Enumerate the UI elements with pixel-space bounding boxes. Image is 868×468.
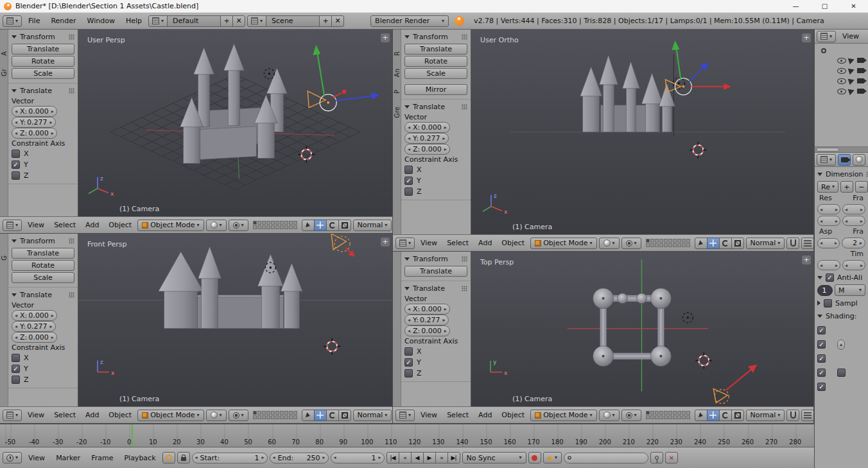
- stepper-right-icon[interactable]: ▸: [444, 147, 447, 152]
- editor-type-button[interactable]: ▾: [3, 452, 22, 464]
- translate-panel-header[interactable]: Translate: [404, 282, 467, 294]
- camera-gizmo[interactable]: [713, 365, 757, 404]
- constraint-y[interactable]: ✓Y: [404, 357, 467, 368]
- layer-cell[interactable]: [262, 411, 266, 415]
- transform-panel-header[interactable]: Transform: [404, 253, 467, 264]
- layer-cell[interactable]: [673, 415, 677, 419]
- layer-cell[interactable]: [673, 239, 677, 243]
- panel-drag-handle[interactable]: [69, 292, 74, 298]
- stepper-right-icon[interactable]: ▸: [860, 207, 863, 212]
- scale-button[interactable]: Scale: [12, 68, 74, 79]
- shading-checkbox[interactable]: ✓: [817, 326, 826, 334]
- scene-tab[interactable]: [853, 154, 865, 166]
- outliner-view-menu[interactable]: View: [838, 32, 864, 40]
- layer-cell[interactable]: [668, 415, 672, 419]
- shading-option-row[interactable]: ✓▴: [817, 339, 865, 350]
- editor-type-button[interactable]: ▾: [3, 15, 22, 27]
- view3d-front-persp[interactable]: z x Front Persp (1) Camera +: [78, 234, 392, 406]
- layer-cell[interactable]: [650, 415, 654, 419]
- vector-x[interactable]: ◂X:0.000▸: [12, 106, 57, 117]
- layer-cell[interactable]: [659, 411, 663, 415]
- minimize-button[interactable]: —: [781, 0, 810, 13]
- layer-cell[interactable]: [293, 411, 297, 415]
- menu-view[interactable]: View: [24, 221, 48, 229]
- toolshelf-tab[interactable]: An: [394, 69, 401, 77]
- layer-cell[interactable]: [257, 221, 261, 225]
- layer-cell[interactable]: [289, 225, 293, 229]
- pivot-dropdown[interactable]: ▾: [621, 238, 641, 249]
- stepper-left-icon[interactable]: ◂: [15, 324, 17, 329]
- visibility-eye-icon[interactable]: [837, 78, 846, 84]
- timeline-menu-frame[interactable]: Frame: [87, 454, 117, 462]
- layer-cell[interactable]: [266, 415, 270, 419]
- manipulator-scale-button[interactable]: [731, 238, 744, 249]
- stepper-left-icon[interactable]: ◂: [820, 240, 822, 246]
- menu-object[interactable]: Object: [498, 239, 528, 247]
- stepper-left-icon[interactable]: ◂: [334, 455, 336, 460]
- stepper-left-icon[interactable]: ◂: [820, 263, 822, 268]
- layer-cell[interactable]: [284, 221, 288, 225]
- timeline-menu-view[interactable]: View: [24, 454, 49, 462]
- stepper-right-icon[interactable]: ▸: [323, 455, 326, 460]
- snap-button[interactable]: [786, 238, 799, 249]
- constraint-y-checkbox[interactable]: ✓: [404, 177, 413, 185]
- region-expand-plus-icon[interactable]: +: [381, 33, 390, 42]
- menu-view[interactable]: View: [417, 411, 441, 419]
- frame-end-field[interactable]: ◂ End: 250 ▸: [270, 453, 329, 464]
- layer-cell[interactable]: [280, 221, 284, 225]
- manipulator-rotate-button[interactable]: [326, 220, 339, 231]
- orientation-dropdown[interactable]: Normal▾: [746, 410, 785, 421]
- render-engine-dropdown[interactable]: Blender Render ▾: [370, 15, 449, 27]
- editor-type-button[interactable]: ▾: [817, 154, 836, 166]
- shading-checkbox[interactable]: ✓: [817, 354, 826, 363]
- scene-add-button[interactable]: +: [319, 15, 332, 27]
- stepper-right-icon[interactable]: ▸: [835, 207, 838, 212]
- panel-drag-handle[interactable]: [69, 88, 74, 94]
- menu-add[interactable]: Add: [474, 411, 496, 419]
- vector-x[interactable]: ◂X:0.000▸: [404, 304, 450, 315]
- layer-cell[interactable]: [253, 411, 257, 415]
- 3d-cursor[interactable]: [324, 338, 340, 355]
- layer-cell[interactable]: [266, 221, 270, 225]
- manipulator-rotate-button[interactable]: [719, 238, 732, 249]
- constraint-x[interactable]: X: [404, 164, 467, 175]
- layer-cell[interactable]: [655, 415, 659, 419]
- manipulator-translate-button[interactable]: [707, 410, 720, 421]
- manipulator-scale-button[interactable]: [338, 220, 351, 231]
- vector-z[interactable]: ◂Z:0.000▸: [404, 325, 450, 336]
- render-presets-dropdown[interactable]: Re ▾: [817, 181, 838, 193]
- scale-button[interactable]: Scale: [404, 68, 467, 79]
- menu-object[interactable]: Object: [105, 221, 135, 229]
- menu-add[interactable]: Add: [82, 221, 103, 229]
- stepper-left-icon[interactable]: ◂: [408, 307, 410, 312]
- constraint-x[interactable]: X: [12, 352, 74, 363]
- toolshelf-tab[interactable]: P: [394, 90, 401, 94]
- close-button[interactable]: ✕: [839, 0, 868, 13]
- 3d-cursor[interactable]: [695, 352, 712, 369]
- menu-add[interactable]: Add: [474, 239, 496, 247]
- translate-panel-header[interactable]: Translate: [12, 85, 74, 96]
- vector-x[interactable]: ◂X:0.000▸: [12, 310, 57, 321]
- selectability-arrow-icon[interactable]: [848, 67, 856, 74]
- view3d-user-persp[interactable]: z x User Persp (1) Camera +: [78, 30, 392, 216]
- layer-cell[interactable]: [664, 239, 668, 243]
- layer-cell[interactable]: [682, 411, 686, 415]
- layer-cell[interactable]: [262, 221, 266, 225]
- selectability-arrow-icon[interactable]: [848, 56, 856, 64]
- resolution-x-stepper[interactable]: ◂▸: [817, 204, 840, 214]
- constraint-z[interactable]: Z: [404, 186, 467, 197]
- antialiasing-checkbox[interactable]: ✓: [826, 273, 834, 282]
- outliner-hscrollbar[interactable]: [815, 146, 868, 153]
- stepper-up-icon[interactable]: ▴: [840, 342, 842, 347]
- rotate-button[interactable]: Rotate: [404, 56, 467, 67]
- rotate-button[interactable]: Rotate: [12, 56, 74, 67]
- visibility-eye-icon[interactable]: [837, 89, 846, 94]
- active-keying-set-field[interactable]: [564, 453, 648, 464]
- scene-browse-button[interactable]: ▾: [247, 15, 266, 27]
- orientation-dropdown[interactable]: Normal▾: [746, 238, 785, 249]
- vector-z[interactable]: ◂Z:0.000▸: [12, 332, 57, 343]
- keying-mode-dropdown[interactable]: ◆ ▾: [543, 452, 562, 464]
- selectability-arrow-icon[interactable]: [848, 77, 856, 85]
- layer-cell[interactable]: [659, 239, 663, 243]
- layer-cell[interactable]: [682, 415, 686, 419]
